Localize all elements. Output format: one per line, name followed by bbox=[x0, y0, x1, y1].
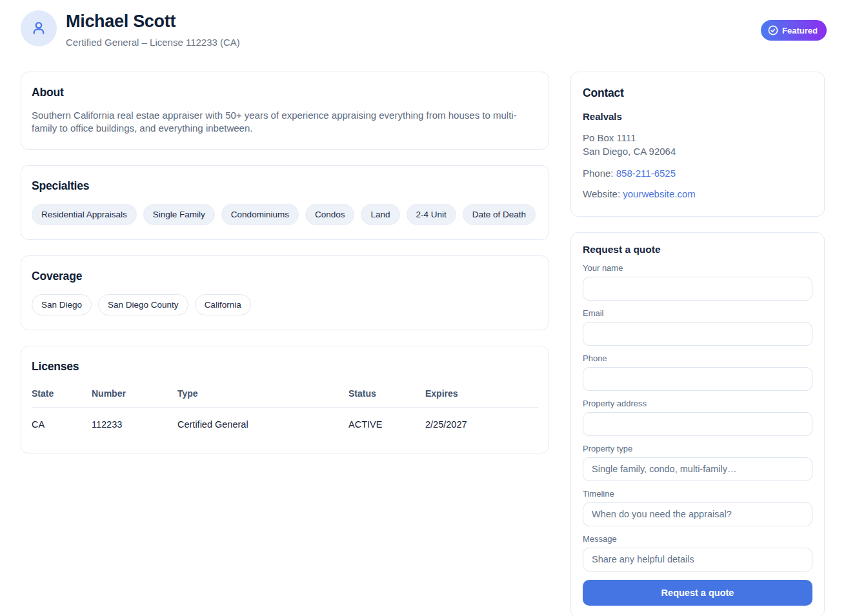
coverage-chip: San Diego bbox=[32, 294, 92, 315]
featured-badge-label: Featured bbox=[782, 26, 818, 35]
phone-input[interactable] bbox=[583, 367, 812, 391]
featured-badge: Featured bbox=[761, 20, 827, 41]
specialty-chip: Condominiums bbox=[221, 204, 299, 225]
about-title: About bbox=[32, 86, 538, 99]
header-text: Michael Scott Certified General – Licens… bbox=[66, 10, 240, 48]
phone-label: Phone bbox=[583, 353, 812, 363]
property-address-input[interactable] bbox=[583, 412, 812, 436]
table-cell: 112233 bbox=[92, 408, 177, 439]
specialties-chip-list: Residential AppraisalsSingle FamilyCondo… bbox=[32, 204, 538, 225]
phone-link[interactable]: 858-211-6525 bbox=[616, 168, 676, 179]
email-label: Email bbox=[583, 308, 812, 318]
timeline-input[interactable] bbox=[583, 502, 812, 526]
about-card: About Southern California real estae app… bbox=[21, 72, 549, 150]
licenses-card: Licenses StateNumberTypeStatusExpires CA… bbox=[21, 346, 549, 453]
table-cell: 2/25/2027 bbox=[425, 408, 538, 439]
message-label: Message bbox=[583, 534, 812, 544]
timeline-label: Timeline bbox=[583, 489, 812, 499]
request-quote-button[interactable]: Request a quote bbox=[583, 580, 812, 606]
profile-page: Michael Scott Certified General – Licens… bbox=[0, 0, 846, 616]
contact-website-line: Website: yourwebsite.com bbox=[583, 188, 812, 199]
column-header: Number bbox=[92, 382, 177, 408]
right-column: Contact Realvals Po Box 1111 San Diego, … bbox=[570, 72, 825, 616]
coverage-chip: San Diego County bbox=[98, 294, 188, 315]
licenses-table-body: CA112233Certified GeneralACTIVE2/25/2027 bbox=[32, 408, 538, 439]
phone-label: Phone: bbox=[583, 168, 614, 179]
contact-address: Po Box 1111 San Diego, CA 92064 bbox=[583, 131, 812, 158]
quote-form-title: Request a quote bbox=[583, 244, 812, 255]
property-type-label: Property type bbox=[583, 444, 812, 453]
property-type-input[interactable] bbox=[583, 457, 812, 481]
specialty-chip: Condos bbox=[305, 204, 355, 225]
contact-address-line1: Po Box 1111 bbox=[583, 131, 812, 144]
coverage-chip: California bbox=[195, 294, 251, 315]
website-link[interactable]: yourwebsite.com bbox=[623, 188, 696, 199]
check-circle-icon bbox=[768, 25, 778, 35]
quote-form-card: Request a quote Your nameEmailPhonePrope… bbox=[570, 232, 825, 616]
left-column: About Southern California real estae app… bbox=[21, 72, 549, 470]
your-name-input[interactable] bbox=[583, 277, 812, 301]
licenses-title: Licenses bbox=[32, 360, 538, 373]
column-header: Type bbox=[177, 382, 348, 408]
coverage-card: Coverage San DiegoSan Diego CountyCalifo… bbox=[21, 255, 549, 330]
specialties-title: Specialties bbox=[32, 179, 538, 193]
specialty-chip: Residential Appraisals bbox=[32, 204, 137, 225]
contact-card: Contact Realvals Po Box 1111 San Diego, … bbox=[570, 72, 825, 217]
specialty-chip: Date of Death bbox=[463, 204, 536, 225]
email-input[interactable] bbox=[583, 322, 812, 346]
profile-header: Michael Scott Certified General – Licens… bbox=[21, 10, 825, 48]
table-row: CA112233Certified GeneralACTIVE2/25/2027 bbox=[32, 408, 538, 439]
coverage-title: Coverage bbox=[32, 270, 538, 283]
contact-title: Contact bbox=[583, 86, 812, 100]
about-text: Southern California real estae appraiser… bbox=[32, 109, 538, 135]
column-header: Status bbox=[348, 382, 425, 408]
contact-address-line2: San Diego, CA 92064 bbox=[583, 144, 812, 158]
column-header: State bbox=[32, 382, 92, 408]
coverage-chip-list: San DiegoSan Diego CountyCalifornia bbox=[32, 294, 538, 315]
contact-phone-line: Phone: 858-211-6525 bbox=[583, 168, 812, 179]
person-icon bbox=[30, 19, 48, 37]
licenses-table: StateNumberTypeStatusExpires CA112233Cer… bbox=[32, 382, 538, 439]
licenses-table-header: StateNumberTypeStatusExpires bbox=[32, 382, 538, 408]
specialty-chip: Single Family bbox=[143, 204, 215, 225]
table-cell: Certified General bbox=[177, 408, 348, 439]
main-layout: About Southern California real estae app… bbox=[21, 72, 825, 616]
website-label: Website: bbox=[583, 188, 620, 199]
your-name-label: Your name bbox=[583, 263, 812, 273]
specialty-chip: 2-4 Unit bbox=[407, 204, 456, 225]
specialties-card: Specialties Residential AppraisalsSingle… bbox=[21, 165, 549, 240]
message-input[interactable] bbox=[583, 548, 812, 571]
column-header: Expires bbox=[425, 382, 538, 408]
profile-subtitle: Certified General – License 112233 (CA) bbox=[66, 37, 240, 48]
specialty-chip: Land bbox=[361, 204, 399, 225]
contact-company: Realvals bbox=[583, 111, 812, 122]
property-address-label: Property address bbox=[583, 399, 812, 408]
avatar bbox=[21, 10, 57, 46]
table-cell: ACTIVE bbox=[348, 408, 425, 439]
quote-form: Your nameEmailPhoneProperty addressPrope… bbox=[583, 263, 812, 571]
page-title: Michael Scott bbox=[66, 11, 240, 33]
table-cell: CA bbox=[32, 408, 92, 439]
